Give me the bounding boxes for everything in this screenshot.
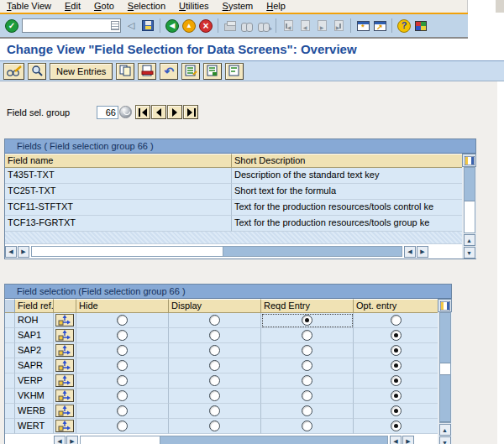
field-selection-row[interactable]: WERT — [5, 419, 438, 434]
hscroll-thumb[interactable] — [81, 436, 160, 444]
field-selection-row[interactable]: VKHM — [5, 389, 438, 404]
field-ref-cell[interactable]: SAP2 — [15, 343, 54, 358]
hscroll-right-button[interactable]: ▶ — [402, 436, 414, 444]
fields-table-empty-row[interactable] — [5, 232, 462, 244]
row-selector-cell[interactable] — [5, 389, 15, 404]
enter-button[interactable]: ✓ — [3, 17, 20, 34]
hscroll-right-button[interactable]: ▶ — [18, 246, 29, 258]
hscroll-left-button[interactable]: ◀ — [404, 246, 416, 258]
first-page-button[interactable]: ◀ — [280, 17, 297, 34]
vscrollbar-track[interactable] — [439, 312, 451, 423]
reqd-entry-radio[interactable] — [302, 345, 312, 356]
choose-detail-button[interactable] — [55, 359, 74, 372]
vscrollbar-track[interactable] — [464, 167, 475, 233]
next-entry-button[interactable] — [167, 105, 182, 119]
menu-item[interactable]: System — [216, 0, 260, 13]
undo-button[interactable]: ↶ — [160, 63, 178, 80]
field-ref-cell[interactable]: ROH — [15, 313, 54, 328]
hscroll-track-rest[interactable] — [223, 247, 402, 256]
back-button[interactable]: ◀ — [164, 17, 181, 34]
choose-detail-button[interactable] — [55, 389, 74, 402]
layout-menu-button[interactable] — [412, 17, 429, 34]
opt-entry-radio[interactable] — [391, 390, 402, 401]
field-name-cell[interactable]: TCF13-FGRTXT — [5, 216, 232, 232]
fields-table-row[interactable]: TCF11-STFTXT Text for the production res… — [5, 200, 462, 216]
field-sel-group-input[interactable] — [97, 106, 118, 119]
opt-entry-radio[interactable] — [391, 315, 402, 326]
create-shortcut-button[interactable]: ↗ — [371, 17, 388, 34]
field-name-cell[interactable]: TCF11-STFTXT — [5, 200, 232, 216]
reqd-entry-radio[interactable] — [302, 315, 312, 326]
column-header-field-ref[interactable]: Field ref. — [15, 299, 54, 313]
fields-table-row[interactable]: TCF13-FGRTXT Text for the production res… — [5, 216, 462, 232]
display-radio[interactable] — [209, 330, 220, 341]
opt-entry-radio[interactable] — [391, 345, 402, 356]
opt-entry-radio[interactable] — [391, 420, 402, 431]
fields-table-row[interactable]: TC25T-TXT Short text for the formula — [5, 184, 462, 200]
hide-radio[interactable] — [117, 405, 128, 416]
field-ref-cell[interactable]: VERP — [15, 373, 54, 389]
first-entry-button[interactable] — [135, 105, 150, 119]
short-description-cell[interactable]: Text for the production resources/tools … — [232, 200, 462, 216]
find-button[interactable] — [239, 17, 255, 34]
choose-detail-button[interactable] — [55, 314, 74, 326]
hscroll-left-button[interactable]: ◀ — [54, 436, 66, 444]
select-block-button[interactable] — [203, 63, 222, 80]
menu-item[interactable]: Help — [260, 0, 292, 13]
choose-detail-button[interactable] — [55, 344, 74, 357]
menu-item[interactable]: Edit — [58, 0, 87, 13]
opt-entry-radio[interactable] — [391, 330, 402, 341]
cancel-button[interactable]: × — [197, 17, 214, 34]
column-header-short-description[interactable]: Short Description — [232, 154, 462, 168]
possible-entries-icon[interactable] — [119, 106, 132, 118]
select-all-button[interactable] — [181, 63, 200, 80]
display-radio[interactable] — [209, 405, 220, 416]
last-entry-button[interactable] — [183, 105, 198, 119]
save-button[interactable] — [139, 17, 156, 34]
short-description-cell[interactable]: Description of the standard text key — [232, 168, 462, 184]
short-description-cell[interactable]: Short text for the formula — [232, 184, 462, 200]
hide-radio[interactable] — [117, 330, 128, 341]
deselect-all-button[interactable] — [225, 63, 244, 80]
menu-item[interactable]: Utilities — [172, 0, 215, 13]
vscroll-down-button[interactable]: ▼ — [439, 436, 451, 444]
row-selector-cell[interactable] — [5, 313, 15, 328]
hscroll-left-button[interactable]: ◀ — [5, 246, 17, 258]
display-radio[interactable] — [209, 375, 220, 386]
delete-line-button[interactable] — [138, 63, 156, 80]
field-ref-cell[interactable]: SAPR — [15, 358, 54, 373]
vscroll-up-button[interactable]: ▲ — [439, 424, 451, 436]
row-selector-cell[interactable] — [5, 328, 15, 343]
column-header-opt-entry[interactable]: Opt. entry — [354, 299, 438, 313]
display-radio[interactable] — [209, 360, 220, 371]
choose-detail-button[interactable] — [55, 405, 74, 417]
hide-radio[interactable] — [117, 315, 128, 326]
exit-button[interactable]: ▲ — [181, 17, 197, 34]
opt-entry-radio[interactable] — [391, 405, 402, 416]
column-header-display[interactable]: Display — [169, 299, 261, 313]
hide-command-field-button[interactable]: ◁ — [123, 17, 139, 34]
menu-item[interactable]: Goto — [87, 0, 121, 13]
choose-detail-button[interactable] — [55, 329, 74, 342]
hscroll-track-rest[interactable] — [160, 436, 387, 444]
last-page-button[interactable]: ▶ — [330, 17, 347, 34]
column-header-choose[interactable] — [54, 299, 76, 313]
opt-entry-radio[interactable] — [391, 375, 402, 386]
copy-as-button[interactable] — [116, 63, 134, 80]
position-button[interactable] — [28, 63, 46, 80]
reqd-entry-radio[interactable] — [302, 405, 312, 416]
field-selection-row[interactable]: ROH — [5, 313, 438, 328]
hide-radio[interactable] — [117, 420, 128, 431]
previous-page-button[interactable]: ◀ — [297, 17, 313, 34]
row-selector-cell[interactable] — [5, 404, 15, 419]
reqd-entry-radio[interactable] — [302, 360, 312, 371]
choose-detail-button[interactable] — [55, 420, 74, 432]
help-button[interactable]: ? — [396, 17, 412, 34]
display-change-button[interactable] — [3, 63, 24, 80]
field-ref-cell[interactable]: WERT — [15, 419, 54, 434]
row-selector-header[interactable] — [5, 299, 15, 313]
vscroll-up-button[interactable]: ▲ — [464, 234, 475, 246]
field-ref-cell[interactable]: VKHM — [15, 389, 54, 404]
hscroll-left-button[interactable]: ◀ — [390, 436, 402, 444]
table-settings-button[interactable] — [438, 299, 452, 312]
